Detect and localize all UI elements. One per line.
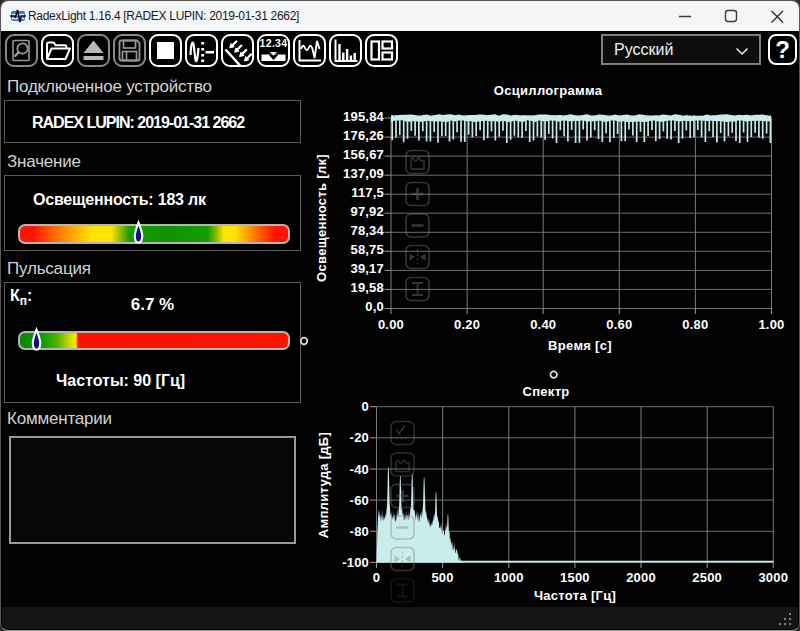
svg-text:3000: 3000 bbox=[758, 570, 788, 585]
svg-text:Спектр: Спектр bbox=[522, 384, 569, 399]
svg-text:1500: 1500 bbox=[560, 570, 590, 585]
svg-text:Частота [Гц]: Частота [Гц] bbox=[534, 588, 616, 603]
svg-text:2500: 2500 bbox=[692, 570, 722, 585]
svg-text:97,92: 97,92 bbox=[350, 204, 384, 219]
svg-text:12.34: 12.34 bbox=[259, 37, 287, 49]
svg-text:156,67: 156,67 bbox=[343, 147, 384, 162]
svg-text:0.40: 0.40 bbox=[530, 317, 556, 332]
svg-text:117,5: 117,5 bbox=[351, 185, 384, 200]
svg-text:0.80: 0.80 bbox=[682, 317, 708, 332]
svg-text:-40: -40 bbox=[350, 462, 369, 477]
svg-text:137,09: 137,09 bbox=[343, 166, 384, 181]
svg-text:0.00: 0.00 bbox=[378, 317, 404, 332]
svg-text:2000: 2000 bbox=[626, 570, 656, 585]
svg-text:0.60: 0.60 bbox=[606, 317, 632, 332]
svg-text:-60: -60 bbox=[350, 493, 369, 508]
svg-text:Время [с]: Время [с] bbox=[548, 338, 612, 353]
svg-text:Освещенность [лк]: Освещенность [лк] bbox=[314, 154, 329, 282]
svg-text:39,17: 39,17 bbox=[350, 261, 384, 276]
svg-text:1.00: 1.00 bbox=[758, 317, 784, 332]
svg-text:0: 0 bbox=[373, 570, 380, 585]
svg-text:195,84: 195,84 bbox=[343, 109, 385, 124]
svg-text:Осциллограмма: Осциллограмма bbox=[494, 83, 603, 98]
svg-text:-20: -20 bbox=[350, 430, 369, 445]
svg-text:0.20: 0.20 bbox=[454, 317, 480, 332]
svg-text:176,26: 176,26 bbox=[343, 128, 384, 143]
svg-text:-80: -80 bbox=[350, 524, 369, 539]
svg-text:Амплитуда [дБ]: Амплитуда [дБ] bbox=[316, 432, 331, 538]
svg-text:500: 500 bbox=[431, 570, 453, 585]
svg-text:0,0: 0,0 bbox=[365, 299, 384, 314]
svg-text:58,75: 58,75 bbox=[350, 242, 384, 257]
svg-text:1000: 1000 bbox=[494, 570, 524, 585]
svg-text:78,34: 78,34 bbox=[350, 223, 384, 238]
svg-text:19,58: 19,58 bbox=[350, 280, 384, 295]
svg-text:-100: -100 bbox=[342, 555, 369, 570]
svg-text:0: 0 bbox=[362, 399, 369, 414]
